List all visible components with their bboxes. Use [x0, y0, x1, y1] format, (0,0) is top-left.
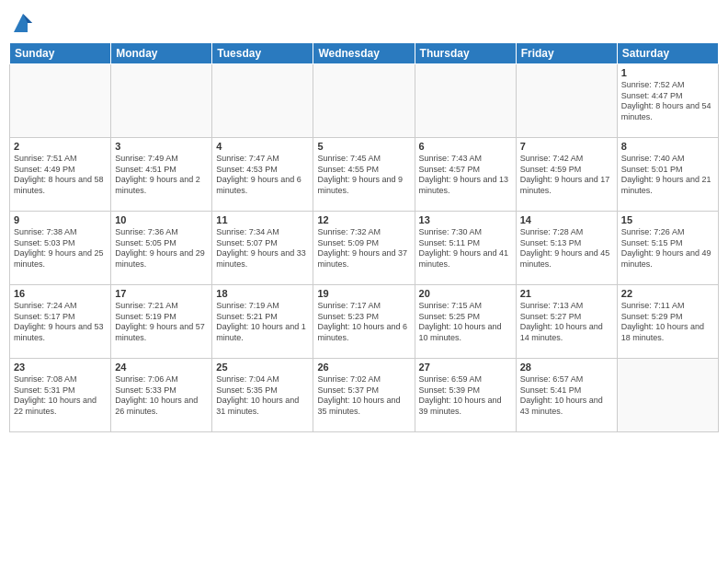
calendar-cell: 25Sunrise: 7:04 AM Sunset: 5:35 PM Dayli… — [212, 359, 313, 432]
day-number: 8 — [621, 141, 714, 152]
day-info: Sunrise: 7:30 AM Sunset: 5:11 PM Dayligh… — [419, 227, 512, 270]
calendar-cell: 19Sunrise: 7:17 AM Sunset: 5:23 PM Dayli… — [313, 285, 415, 359]
day-number: 2 — [14, 141, 107, 152]
calendar-cell: 9Sunrise: 7:38 AM Sunset: 5:03 PM Daylig… — [10, 212, 111, 285]
day-info: Sunrise: 7:24 AM Sunset: 5:17 PM Dayligh… — [14, 301, 107, 344]
day-number: 5 — [317, 141, 410, 152]
col-header-saturday: Saturday — [617, 43, 718, 64]
calendar-cell: 7Sunrise: 7:42 AM Sunset: 4:59 PM Daylig… — [516, 138, 617, 212]
calendar-week-4: 23Sunrise: 7:08 AM Sunset: 5:31 PM Dayli… — [10, 359, 719, 432]
calendar-week-1: 2Sunrise: 7:51 AM Sunset: 4:49 PM Daylig… — [10, 138, 719, 212]
day-number: 11 — [216, 214, 309, 225]
day-info: Sunrise: 7:06 AM Sunset: 5:33 PM Dayligh… — [115, 374, 208, 418]
calendar-cell: 22Sunrise: 7:11 AM Sunset: 5:29 PM Dayli… — [617, 285, 718, 359]
day-number: 14 — [520, 214, 613, 225]
day-info: Sunrise: 7:47 AM Sunset: 4:53 PM Dayligh… — [216, 154, 309, 197]
day-info: Sunrise: 7:38 AM Sunset: 5:03 PM Dayligh… — [14, 227, 107, 270]
day-number: 28 — [520, 362, 613, 373]
day-number: 23 — [14, 362, 107, 373]
calendar-cell: 20Sunrise: 7:15 AM Sunset: 5:25 PM Dayli… — [415, 285, 516, 359]
calendar-cell — [516, 64, 617, 138]
calendar-cell: 26Sunrise: 7:02 AM Sunset: 5:37 PM Dayli… — [313, 359, 415, 432]
calendar-cell: 5Sunrise: 7:45 AM Sunset: 4:55 PM Daylig… — [313, 138, 415, 212]
day-info: Sunrise: 7:40 AM Sunset: 5:01 PM Dayligh… — [621, 154, 714, 197]
calendar-cell: 28Sunrise: 6:57 AM Sunset: 5:41 PM Dayli… — [516, 359, 617, 432]
calendar-cell — [111, 64, 212, 138]
calendar-cell — [415, 64, 516, 138]
day-info: Sunrise: 7:45 AM Sunset: 4:55 PM Dayligh… — [317, 154, 410, 197]
day-info: Sunrise: 7:13 AM Sunset: 5:27 PM Dayligh… — [520, 301, 613, 344]
day-number: 22 — [621, 288, 714, 299]
day-number: 25 — [216, 362, 309, 373]
col-header-thursday: Thursday — [415, 43, 516, 64]
day-info: Sunrise: 6:59 AM Sunset: 5:39 PM Dayligh… — [419, 374, 512, 418]
calendar-cell: 8Sunrise: 7:40 AM Sunset: 5:01 PM Daylig… — [617, 138, 718, 212]
calendar-cell — [212, 64, 313, 138]
calendar-cell: 27Sunrise: 6:59 AM Sunset: 5:39 PM Dayli… — [415, 359, 516, 432]
day-number: 7 — [520, 141, 613, 152]
calendar-cell: 4Sunrise: 7:47 AM Sunset: 4:53 PM Daylig… — [212, 138, 313, 212]
day-number: 24 — [115, 362, 208, 373]
calendar-cell — [617, 359, 718, 432]
day-number: 9 — [14, 214, 107, 225]
day-info: Sunrise: 7:52 AM Sunset: 4:47 PM Dayligh… — [621, 80, 714, 123]
day-number: 21 — [520, 288, 613, 299]
day-number: 15 — [621, 214, 714, 225]
calendar-cell: 14Sunrise: 7:28 AM Sunset: 5:13 PM Dayli… — [516, 212, 617, 285]
logo-icon — [9, 9, 37, 37]
day-number: 17 — [115, 288, 208, 299]
calendar-cell: 18Sunrise: 7:19 AM Sunset: 5:21 PM Dayli… — [212, 285, 313, 359]
day-info: Sunrise: 7:26 AM Sunset: 5:15 PM Dayligh… — [621, 227, 714, 270]
calendar-cell: 16Sunrise: 7:24 AM Sunset: 5:17 PM Dayli… — [10, 285, 111, 359]
col-header-friday: Friday — [516, 43, 617, 64]
day-number: 16 — [14, 288, 107, 299]
calendar-cell: 6Sunrise: 7:43 AM Sunset: 4:57 PM Daylig… — [415, 138, 516, 212]
day-info: Sunrise: 7:17 AM Sunset: 5:23 PM Dayligh… — [317, 301, 410, 344]
day-number: 20 — [419, 288, 512, 299]
day-info: Sunrise: 6:57 AM Sunset: 5:41 PM Dayligh… — [520, 374, 613, 418]
day-number: 1 — [621, 67, 714, 78]
day-info: Sunrise: 7:49 AM Sunset: 4:51 PM Dayligh… — [115, 154, 208, 197]
calendar-cell: 3Sunrise: 7:49 AM Sunset: 4:51 PM Daylig… — [111, 138, 212, 212]
day-info: Sunrise: 7:34 AM Sunset: 5:07 PM Dayligh… — [216, 227, 309, 270]
day-number: 12 — [317, 214, 410, 225]
day-info: Sunrise: 7:36 AM Sunset: 5:05 PM Dayligh… — [115, 227, 208, 270]
calendar-cell: 13Sunrise: 7:30 AM Sunset: 5:11 PM Dayli… — [415, 212, 516, 285]
calendar-cell: 24Sunrise: 7:06 AM Sunset: 5:33 PM Dayli… — [111, 359, 212, 432]
calendar-week-3: 16Sunrise: 7:24 AM Sunset: 5:17 PM Dayli… — [10, 285, 719, 359]
calendar-week-2: 9Sunrise: 7:38 AM Sunset: 5:03 PM Daylig… — [10, 212, 719, 285]
calendar-cell: 11Sunrise: 7:34 AM Sunset: 5:07 PM Dayli… — [212, 212, 313, 285]
day-info: Sunrise: 7:11 AM Sunset: 5:29 PM Dayligh… — [621, 301, 714, 344]
day-number: 19 — [317, 288, 410, 299]
day-number: 26 — [317, 362, 410, 373]
calendar-cell — [10, 64, 111, 138]
header — [9, 9, 719, 37]
col-header-wednesday: Wednesday — [313, 43, 415, 64]
calendar-cell: 23Sunrise: 7:08 AM Sunset: 5:31 PM Dayli… — [10, 359, 111, 432]
calendar-cell: 17Sunrise: 7:21 AM Sunset: 5:19 PM Dayli… — [111, 285, 212, 359]
calendar-cell: 21Sunrise: 7:13 AM Sunset: 5:27 PM Dayli… — [516, 285, 617, 359]
day-number: 13 — [419, 214, 512, 225]
col-header-tuesday: Tuesday — [212, 43, 313, 64]
day-info: Sunrise: 7:02 AM Sunset: 5:37 PM Dayligh… — [317, 374, 410, 418]
day-info: Sunrise: 7:51 AM Sunset: 4:49 PM Dayligh… — [14, 154, 107, 197]
calendar: SundayMondayTuesdayWednesdayThursdayFrid… — [9, 42, 719, 432]
calendar-cell — [313, 64, 415, 138]
day-number: 18 — [216, 288, 309, 299]
day-info: Sunrise: 7:21 AM Sunset: 5:19 PM Dayligh… — [115, 301, 208, 344]
calendar-cell: 15Sunrise: 7:26 AM Sunset: 5:15 PM Dayli… — [617, 212, 718, 285]
calendar-header-row: SundayMondayTuesdayWednesdayThursdayFrid… — [10, 43, 719, 64]
calendar-cell: 2Sunrise: 7:51 AM Sunset: 4:49 PM Daylig… — [10, 138, 111, 212]
col-header-sunday: Sunday — [10, 43, 111, 64]
day-number: 6 — [419, 141, 512, 152]
col-header-monday: Monday — [111, 43, 212, 64]
logo — [9, 9, 37, 37]
day-number: 10 — [115, 214, 208, 225]
day-info: Sunrise: 7:43 AM Sunset: 4:57 PM Dayligh… — [419, 154, 512, 197]
page: SundayMondayTuesdayWednesdayThursdayFrid… — [0, 0, 728, 563]
day-info: Sunrise: 7:42 AM Sunset: 4:59 PM Dayligh… — [520, 154, 613, 197]
day-number: 4 — [216, 141, 309, 152]
day-number: 27 — [419, 362, 512, 373]
day-info: Sunrise: 7:19 AM Sunset: 5:21 PM Dayligh… — [216, 301, 309, 344]
calendar-week-0: 1Sunrise: 7:52 AM Sunset: 4:47 PM Daylig… — [10, 64, 719, 138]
